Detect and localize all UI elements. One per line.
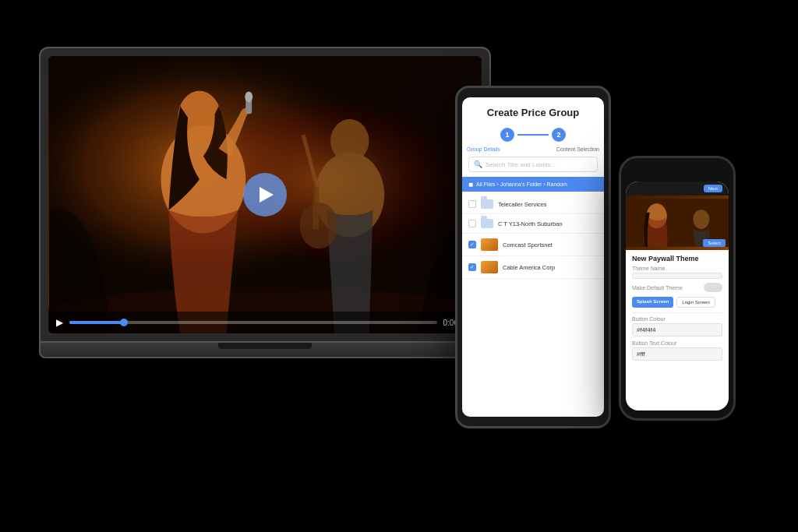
tablet-header: Create Price Group bbox=[462, 97, 604, 123]
phone-notch bbox=[658, 164, 697, 175]
video-player: ▶ 0:06 ⛶ bbox=[48, 56, 482, 333]
laptop-base bbox=[39, 343, 491, 358]
file-name-2: C T Y13-North Suburban bbox=[498, 220, 598, 227]
folder-icon-1 bbox=[481, 199, 493, 209]
step-2-label: Content Selection bbox=[556, 146, 599, 152]
tablet-title: Create Price Group bbox=[470, 107, 596, 118]
file-checkbox-1[interactable] bbox=[468, 200, 476, 208]
phone-next-btn[interactable]: Next bbox=[704, 185, 722, 192]
svg-point-7 bbox=[245, 91, 252, 102]
screen-tab-row: Splash Screen Login Screen bbox=[632, 297, 722, 308]
progress-bar[interactable] bbox=[69, 321, 437, 324]
folder-icon-2 bbox=[481, 219, 493, 228]
button-color-label: Button Colour bbox=[632, 316, 722, 322]
search-bar[interactable]: 🔍 Search Title and Labels... bbox=[468, 157, 598, 172]
phone-video-overlay-btn[interactable]: Select bbox=[703, 239, 726, 247]
laptop-body: ▶ 0:06 ⛶ bbox=[39, 47, 491, 343]
progress-fill bbox=[69, 321, 125, 324]
svg-rect-11 bbox=[312, 183, 319, 229]
step-1-label: Group Details bbox=[467, 146, 500, 152]
volume-icon[interactable]: ▶ bbox=[56, 317, 63, 329]
divider-1 bbox=[632, 312, 722, 313]
file-row-1[interactable]: Telecaller Services bbox=[462, 195, 604, 214]
button-text-color-value[interactable]: #fff bbox=[632, 347, 722, 361]
phone-content: New Paywall Theme Theme Name Make Defaul… bbox=[626, 250, 729, 410]
file-row-3[interactable]: Comcast Sportsnet bbox=[462, 234, 604, 256]
tablet-screen: Create Price Group 1 2 Group Details Con… bbox=[462, 97, 604, 417]
file-checkbox-4[interactable] bbox=[468, 263, 476, 271]
theme-name-value[interactable] bbox=[632, 273, 722, 279]
make-default-row: Make Default Theme bbox=[632, 283, 722, 292]
file-list: Telecaller Services C T Y13-North Suburb… bbox=[462, 195, 604, 417]
step-2-circle: 2 bbox=[552, 128, 566, 142]
phone: Next Select New Paywall Theme bbox=[619, 156, 736, 421]
video-icon-4 bbox=[481, 261, 498, 273]
step-line bbox=[517, 134, 549, 136]
breadcrumb-row: ■ All Files › Johanna's Folder › Random bbox=[462, 177, 604, 192]
phone-screen: Next Select New Paywall Theme bbox=[626, 181, 729, 410]
file-name-3: Comcast Sportsnet bbox=[503, 241, 598, 248]
file-name-1: Telecaller Services bbox=[498, 201, 598, 208]
breadcrumb-text: All Files › Johanna's Folder › Random bbox=[476, 181, 567, 187]
progress-dot bbox=[120, 319, 128, 326]
splash-screen-tab[interactable]: Splash Screen bbox=[632, 297, 673, 308]
breadcrumb-icon: ■ bbox=[468, 180, 473, 188]
video-controls: ▶ 0:06 ⛶ bbox=[48, 312, 482, 333]
search-icon: 🔍 bbox=[474, 160, 482, 168]
make-default-toggle[interactable] bbox=[704, 283, 722, 292]
phone-header: Next bbox=[626, 181, 729, 196]
scene: ▶ 0:06 ⛶ Create Price Gr bbox=[0, 0, 798, 532]
search-placeholder: Search Title and Labels... bbox=[486, 161, 556, 168]
theme-name-label: Theme Name bbox=[632, 266, 722, 271]
svg-point-9 bbox=[330, 119, 369, 162]
file-name-4: Cable America Corp bbox=[503, 264, 598, 271]
svg-point-15 bbox=[693, 210, 709, 229]
phone-video-thumbnail: Select bbox=[626, 196, 729, 250]
step-1-circle: 1 bbox=[500, 128, 514, 142]
make-default-label: Make Default Theme bbox=[632, 285, 704, 291]
tablet: Create Price Group 1 2 Group Details Con… bbox=[455, 86, 611, 428]
file-checkbox-3[interactable] bbox=[468, 241, 476, 248]
play-icon bbox=[260, 187, 274, 203]
laptop-hinge bbox=[218, 343, 312, 349]
laptop-screen: ▶ 0:06 ⛶ bbox=[48, 56, 482, 333]
file-row-4[interactable]: Cable America Corp bbox=[462, 256, 604, 279]
step-labels: Group Details Content Selection bbox=[462, 146, 604, 152]
file-row-2[interactable]: C T Y13-North Suburban bbox=[462, 214, 604, 234]
play-button[interactable] bbox=[243, 173, 287, 217]
button-text-color-label: Button Text Colour bbox=[632, 340, 722, 346]
file-checkbox-2[interactable] bbox=[468, 220, 476, 227]
stepper-row: 1 2 bbox=[462, 123, 604, 146]
laptop: ▶ 0:06 ⛶ bbox=[39, 47, 491, 374]
video-icon-3 bbox=[481, 238, 498, 251]
phone-section-title: New Paywall Theme bbox=[632, 255, 722, 262]
button-color-value[interactable]: #f4f4f4 bbox=[632, 323, 722, 336]
login-screen-tab[interactable]: Login Screen bbox=[676, 297, 715, 308]
